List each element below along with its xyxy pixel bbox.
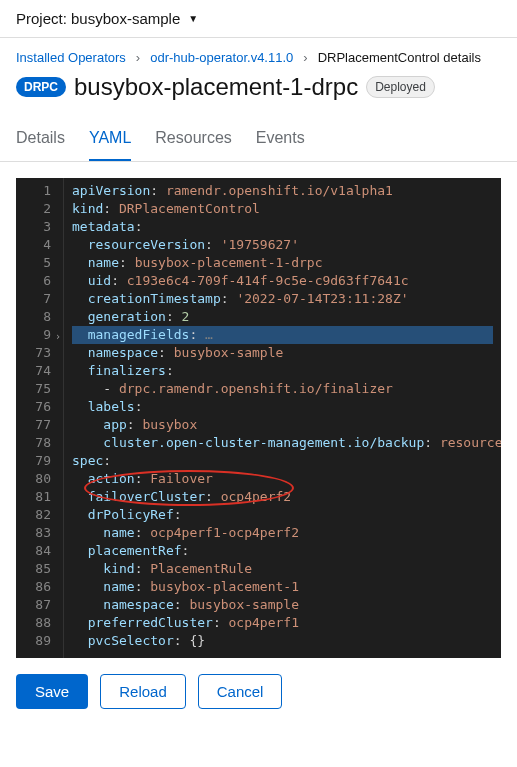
code-line[interactable]: spec: — [72, 452, 493, 470]
code-line[interactable]: placementRef: — [72, 542, 493, 560]
yaml-editor-container: 123456789›737475767778798081828384858687… — [0, 162, 517, 674]
code-line[interactable]: labels: — [72, 398, 493, 416]
save-button[interactable]: Save — [16, 674, 88, 709]
project-selector[interactable]: Project: busybox-sample ▼ — [0, 0, 517, 38]
code-line[interactable]: name: busybox-placement-1 — [72, 578, 493, 596]
line-number: 4 — [24, 236, 51, 254]
editor-code[interactable]: apiVersion: ramendr.openshift.io/v1alpha… — [64, 178, 501, 658]
code-line[interactable]: pvcSelector: {} — [72, 632, 493, 650]
line-number: 7 — [24, 290, 51, 308]
page-header: DRPC busybox-placement-1-drpc Deployed — [0, 65, 517, 117]
code-line[interactable]: uid: c193e6c4-709f-414f-9c5e-c9d63ff7641… — [72, 272, 493, 290]
project-label: Project: busybox-sample — [16, 10, 180, 27]
chevron-right-icon: › — [136, 50, 140, 65]
line-number: 82 — [24, 506, 51, 524]
code-line[interactable]: finalizers: — [72, 362, 493, 380]
line-number: 76 — [24, 398, 51, 416]
breadcrumb-link[interactable]: Installed Operators — [16, 50, 126, 65]
line-number: 88 — [24, 614, 51, 632]
code-line[interactable]: namespace: busybox-sample — [72, 344, 493, 362]
code-line[interactable]: generation: 2 — [72, 308, 493, 326]
line-number: 8 — [24, 308, 51, 326]
breadcrumb-link[interactable]: odr-hub-operator.v4.11.0 — [150, 50, 293, 65]
code-line[interactable]: app: busybox — [72, 416, 493, 434]
line-number: 86 — [24, 578, 51, 596]
yaml-editor[interactable]: 123456789›737475767778798081828384858687… — [16, 178, 501, 658]
code-line[interactable]: metadata: — [72, 218, 493, 236]
code-line[interactable]: creationTimestamp: '2022-07-14T23:11:28Z… — [72, 290, 493, 308]
code-line[interactable]: name: busybox-placement-1-drpc — [72, 254, 493, 272]
code-line[interactable]: - drpc.ramendr.openshift.io/finalizer — [72, 380, 493, 398]
line-number: 79 — [24, 452, 51, 470]
page-title: busybox-placement-1-drpc — [74, 73, 358, 101]
code-line[interactable]: action: Failover — [72, 470, 493, 488]
breadcrumb-current: DRPlacementControl details — [318, 50, 481, 65]
line-number: 83 — [24, 524, 51, 542]
line-number: 81 — [24, 488, 51, 506]
tab-yaml[interactable]: YAML — [89, 117, 131, 161]
breadcrumbs: Installed Operators › odr-hub-operator.v… — [0, 38, 517, 65]
line-number: 87 — [24, 596, 51, 614]
line-number: 5 — [24, 254, 51, 272]
line-number: 9› — [24, 326, 51, 344]
reload-button[interactable]: Reload — [100, 674, 186, 709]
line-number: 3 — [24, 218, 51, 236]
tab-events[interactable]: Events — [256, 117, 305, 161]
code-line[interactable]: failoverCluster: ocp4perf2 — [72, 488, 493, 506]
line-number: 1 — [24, 182, 51, 200]
line-number: 89 — [24, 632, 51, 650]
code-line[interactable]: apiVersion: ramendr.openshift.io/v1alpha… — [72, 182, 493, 200]
line-number: 75 — [24, 380, 51, 398]
chevron-right-icon: › — [303, 50, 307, 65]
caret-down-icon: ▼ — [188, 13, 198, 24]
code-line[interactable]: preferredCluster: ocp4perf1 — [72, 614, 493, 632]
line-number: 2 — [24, 200, 51, 218]
resource-kind-badge: DRPC — [16, 77, 66, 97]
cancel-button[interactable]: Cancel — [198, 674, 283, 709]
tabs: Details YAML Resources Events — [0, 117, 517, 162]
code-line[interactable]: resourceVersion: '19759627' — [72, 236, 493, 254]
code-line[interactable]: kind: PlacementRule — [72, 560, 493, 578]
code-line[interactable]: drPolicyRef: — [72, 506, 493, 524]
code-line[interactable]: namespace: busybox-sample — [72, 596, 493, 614]
code-line[interactable]: kind: DRPlacementControl — [72, 200, 493, 218]
line-number: 80 — [24, 470, 51, 488]
line-number: 78 — [24, 434, 51, 452]
line-number: 74 — [24, 362, 51, 380]
line-number: 85 — [24, 560, 51, 578]
status-badge: Deployed — [366, 76, 435, 98]
line-number: 6 — [24, 272, 51, 290]
editor-gutter: 123456789›737475767778798081828384858687… — [16, 178, 64, 658]
code-line[interactable]: name: ocp4perf1-ocp4perf2 — [72, 524, 493, 542]
fold-icon[interactable]: › — [55, 328, 61, 346]
line-number: 84 — [24, 542, 51, 560]
action-buttons: Save Reload Cancel — [0, 674, 517, 725]
tab-resources[interactable]: Resources — [155, 117, 231, 161]
tab-details[interactable]: Details — [16, 117, 65, 161]
line-number: 73 — [24, 344, 51, 362]
code-line[interactable]: managedFields: … — [72, 326, 493, 344]
line-number: 77 — [24, 416, 51, 434]
code-line[interactable]: cluster.open-cluster-management.io/backu… — [72, 434, 493, 452]
